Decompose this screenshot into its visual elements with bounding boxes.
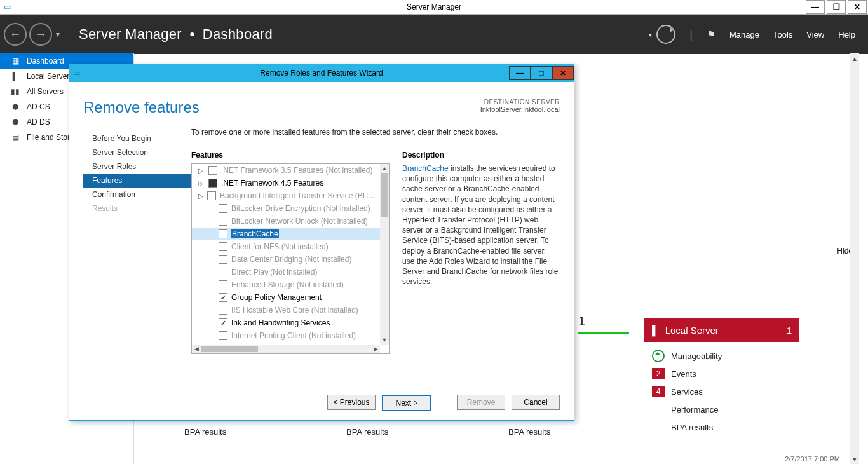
tile-row[interactable]: Manageability <box>652 347 792 365</box>
feature-checkbox[interactable] <box>219 204 227 213</box>
wizard-step[interactable]: Before You Begin <box>83 132 191 146</box>
feature-checkbox[interactable] <box>219 242 227 251</box>
tile-row[interactable]: 2Events <box>652 365 792 383</box>
scroll-up-icon[interactable]: ▲ <box>380 164 389 173</box>
feature-row[interactable]: ▷IIS Hostable Web Core (Not installed) <box>192 304 380 317</box>
feature-label: Group Policy Management <box>231 293 322 302</box>
status-ok-icon <box>652 350 665 362</box>
dropdown-icon[interactable]: ▾ <box>649 31 652 38</box>
tile-title: Local Server <box>665 325 719 336</box>
remove-button[interactable]: Remove <box>457 395 505 410</box>
cancel-button[interactable]: Cancel <box>512 395 560 410</box>
close-button[interactable]: ✕ <box>848 0 867 14</box>
wizard-step[interactable]: Server Roles <box>83 160 191 174</box>
scroll-left-icon[interactable]: ◀ <box>192 346 201 352</box>
bpa-label: BPA results <box>184 427 226 437</box>
view-menu[interactable]: View <box>806 30 824 39</box>
feature-checkbox[interactable] <box>219 268 227 276</box>
feature-label: Enhanced Storage (Not installed) <box>231 280 344 289</box>
tile-row[interactable]: BPA results <box>652 418 792 436</box>
wizard-title: Remove Roles and Features Wizard <box>260 69 383 78</box>
tile-row-label: Manageability <box>671 351 722 361</box>
feature-label: BranchCache <box>231 229 279 238</box>
feature-checkbox[interactable] <box>219 331 227 340</box>
features-header: Features <box>191 151 390 160</box>
forward-button[interactable]: → <box>29 23 52 46</box>
content-scrollbar[interactable]: ▲ ▼ <box>850 53 859 464</box>
feature-row[interactable]: ▷.NET Framework 4.5 Features <box>192 177 380 189</box>
description-lead: BranchCache <box>402 164 449 173</box>
feature-row[interactable]: ▷Ink and Handwriting Services <box>192 317 380 329</box>
refresh-icon[interactable] <box>656 25 675 44</box>
tile-row[interactable]: 4Services <box>652 383 792 400</box>
minimize-button[interactable]: — <box>806 0 825 14</box>
wizard-maximize-button[interactable]: □ <box>531 66 552 80</box>
expand-icon[interactable]: ▷ <box>198 167 205 174</box>
separator: | <box>689 28 693 41</box>
feature-checkbox[interactable] <box>219 280 227 289</box>
wizard-step[interactable]: Features <box>83 174 191 188</box>
expand-icon[interactable]: ▷ <box>198 193 203 200</box>
previous-button[interactable]: < Previous <box>327 395 376 410</box>
description-text: BranchCache installs the services requir… <box>402 163 560 287</box>
breadcrumb-root[interactable]: Server Manager <box>79 26 182 42</box>
maximize-button[interactable]: ❐ <box>827 0 846 14</box>
scroll-right-icon[interactable]: ▶ <box>371 346 380 352</box>
wizard-minimize-button[interactable]: — <box>509 66 531 80</box>
back-button[interactable]: ← <box>4 23 27 46</box>
tile-row[interactable]: Performance <box>652 400 792 418</box>
feature-checkbox[interactable] <box>219 293 227 302</box>
feature-checkbox[interactable] <box>219 217 227 226</box>
feature-row[interactable]: ▷Direct Play (Not installed) <box>192 266 380 278</box>
server-icon: ▌ <box>10 72 20 81</box>
features-hscrollbar[interactable]: ◀ ▶ <box>192 345 380 353</box>
wizard-step[interactable]: Results <box>83 201 191 215</box>
feature-row[interactable]: ▷Background Intelligent Transfer Service… <box>192 189 380 202</box>
description-header: Description <box>402 151 560 160</box>
breadcrumb-page[interactable]: Dashboard <box>203 26 273 42</box>
feature-row[interactable]: ▷Enhanced Storage (Not installed) <box>192 278 380 291</box>
features-vscrollbar[interactable]: ▲ ▼ <box>380 164 389 345</box>
feature-row[interactable]: ▷Group Policy Management <box>192 291 380 304</box>
feature-checkbox[interactable] <box>208 179 217 188</box>
feature-checkbox[interactable] <box>219 229 227 238</box>
feature-row[interactable]: ▷.NET Framework 3.5 Features (Not instal… <box>192 164 380 177</box>
notifications-icon[interactable]: ⚑ <box>707 29 715 41</box>
destination-server: InkfoolServer.Inkfool.local <box>480 106 560 113</box>
wizard-titlebar[interactable]: ▭ Remove Roles and Features Wizard — □ ✕ <box>69 64 574 82</box>
wizard-step[interactable]: Server Selection <box>83 146 191 160</box>
local-server-tile[interactable]: ▌Local Server 1 Manageability2Events4Ser… <box>644 318 799 441</box>
feature-row[interactable]: ▷Internet Printing Client (Not installed… <box>192 329 380 342</box>
feature-checkbox[interactable] <box>219 255 227 264</box>
timestamp: 2/7/2017 7:00 PM <box>785 455 840 463</box>
tools-menu[interactable]: Tools <box>773 30 792 39</box>
scroll-down-icon[interactable]: ▼ <box>380 336 389 345</box>
feature-row[interactable]: ▷Data Center Bridging (Not installed) <box>192 253 380 266</box>
wizard-close-button[interactable]: ✕ <box>552 66 574 80</box>
wizard-step[interactable]: Confirmation <box>83 188 191 201</box>
feature-checkbox[interactable] <box>208 166 217 175</box>
feature-checkbox[interactable] <box>219 318 227 327</box>
feature-label: IIS Hostable Web Core (Not installed) <box>231 306 358 315</box>
scroll-up-icon[interactable]: ▲ <box>850 53 859 64</box>
tile-row-label: Services <box>671 387 703 397</box>
tile-row-label: Events <box>671 369 696 379</box>
expand-icon[interactable]: ▷ <box>198 180 205 187</box>
feature-label: Client for NFS (Not installed) <box>231 242 329 251</box>
manage-menu[interactable]: Manage <box>729 30 759 39</box>
history-dropdown[interactable]: ▾ <box>56 30 60 39</box>
scroll-thumb[interactable] <box>381 173 388 217</box>
feature-row[interactable]: ▷BitLocker Drive Encryption (Not install… <box>192 202 380 215</box>
next-button[interactable]: Next > <box>382 395 431 411</box>
help-menu[interactable]: Help <box>838 30 855 39</box>
wizard-instruction: To remove one or more installed features… <box>191 128 560 137</box>
feature-row[interactable]: ▷BitLocker Network Unlock (Not installed… <box>192 215 380 228</box>
feature-row[interactable]: ▷Client for NFS (Not installed) <box>192 240 380 253</box>
features-listbox[interactable]: ▷.NET Framework 3.5 Features (Not instal… <box>191 163 390 354</box>
tile-row-label: Performance <box>671 405 718 414</box>
feature-checkbox[interactable] <box>207 191 216 200</box>
feature-checkbox[interactable] <box>219 306 227 315</box>
scroll-thumb[interactable] <box>201 346 258 352</box>
scroll-down-icon[interactable]: ▼ <box>850 454 859 464</box>
feature-row[interactable]: ▷BranchCache <box>192 228 380 240</box>
